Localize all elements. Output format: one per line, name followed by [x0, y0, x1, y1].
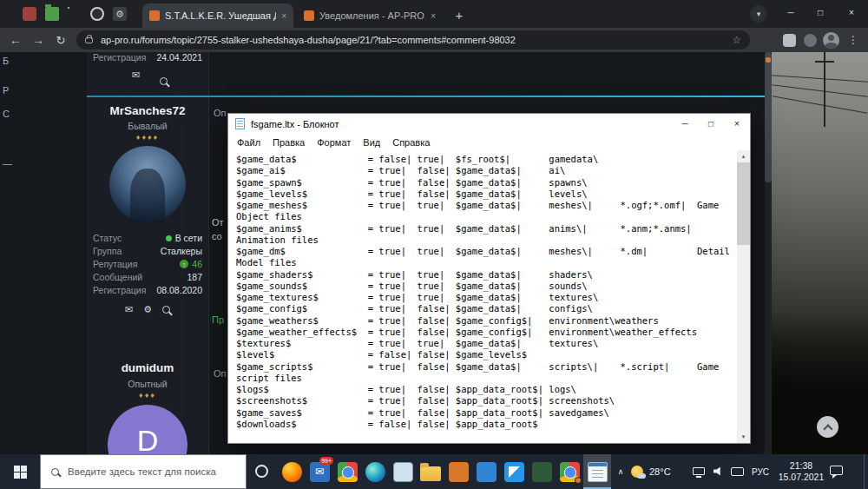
post-text-fragment: От [212, 217, 224, 228]
user-avatar[interactable]: D [108, 405, 187, 454]
action-center-icon[interactable] [830, 466, 843, 475]
taskbar-vscode[interactable] [500, 454, 528, 489]
taskbar-app-10[interactable] [528, 454, 556, 489]
find-posts-icon[interactable] [160, 77, 168, 85]
notepad-titlebar[interactable]: fsgame.ltx - Блокнот ─ □ × [228, 114, 750, 134]
taskbar-search-input[interactable] [68, 466, 246, 477]
pinned-tab-1-icon[interactable] [23, 7, 36, 21]
taskbar-app-8[interactable] [472, 454, 500, 489]
window-minimize-button[interactable]: ─ [776, 0, 806, 24]
start-button[interactable] [0, 454, 40, 489]
pinned-tab-gear-icon[interactable]: ⚙ [113, 7, 127, 21]
menu-file[interactable]: Файл [231, 137, 266, 148]
taskbar-firefox[interactable] [278, 454, 306, 489]
weather-icon[interactable] [631, 466, 643, 478]
volume-icon[interactable] [713, 466, 725, 476]
taskbar-notepad-active[interactable] [583, 454, 611, 489]
taskbar-file-explorer[interactable] [417, 454, 444, 489]
cortana-button[interactable] [255, 465, 268, 478]
bookmark-star-icon[interactable]: ☆ [732, 34, 741, 46]
notepad-menubar: Файл Правка Формат Вид Справка [228, 134, 750, 150]
message-icon[interactable]: ✉ [132, 69, 140, 81]
browser-menu-icon[interactable]: ⋮ [848, 28, 858, 52]
profile-field-reputation: Репутация ↑46 [93, 259, 202, 269]
notepad-minimize-button[interactable]: ─ [672, 114, 698, 134]
power-line [772, 75, 868, 83]
address-bar[interactable]: ap-pro.ru/forums/topic/2755-stalker-ushe… [76, 30, 750, 50]
ignore-user-icon[interactable]: ⚙ [143, 304, 152, 315]
envelope-icon: ✉ [315, 466, 324, 478]
menu-help[interactable]: Справка [386, 137, 436, 148]
taskbar-mail[interactable]: ✉ 99+ [306, 454, 333, 489]
pinned-tab-globe-icon[interactable] [90, 7, 104, 21]
clock-time: 21:38 [790, 460, 812, 472]
tab-search-icon[interactable]: ▾ [750, 5, 767, 23]
new-tab-button[interactable]: + [450, 5, 469, 24]
browser-tab-strip: ⚙ S.T.A.L.K.E.R. Ушедшая Душа - С × Увед… [0, 0, 868, 28]
message-icon[interactable]: ✉ [125, 304, 133, 315]
language-indicator[interactable]: РУС [746, 454, 774, 489]
scroll-down-icon[interactable]: ▼ [741, 431, 746, 443]
notepad-scrollbar[interactable]: ▲ ▼ [737, 150, 750, 443]
registration-label: Регистрация [93, 52, 146, 63]
tab-close-icon[interactable]: × [281, 11, 286, 21]
field-value: Сталкеры [161, 246, 202, 256]
profile-actions: ✉ ⚙ [89, 304, 206, 315]
extension-icon-1[interactable] [783, 34, 796, 47]
network-icon[interactable] [693, 467, 705, 475]
window-maximize-button[interactable]: □ [806, 0, 835, 24]
notepad-editor[interactable]: $game_data$ = false| true| $fs_root$| ga… [228, 150, 750, 443]
taskbar-search[interactable] [40, 454, 247, 489]
keyboard-icon[interactable] [731, 467, 744, 476]
tab-stalker-topic[interactable]: S.T.A.L.K.E.R. Ушедшая Душа - С × [142, 3, 293, 28]
tab-notifications[interactable]: Уведомления - AP-PRO.RU | Нов × [297, 3, 443, 28]
taskbar-app-5[interactable] [389, 454, 417, 489]
app-icon-8 [477, 462, 496, 482]
previous-profile-registration: Регистрация 24.04.2021 [93, 52, 202, 63]
post-text-fragment: Оп [214, 108, 227, 118]
window-close-button[interactable]: × [835, 0, 868, 24]
extension-icon-2[interactable] [804, 34, 817, 47]
taskbar-chrome[interactable] [333, 454, 361, 489]
taskbar-clock[interactable]: 21:38 15.07.2021 [776, 454, 826, 489]
browser-toolbar: ← → ↻ ap-pro.ru/forums/topic/2755-stalke… [0, 28, 868, 52]
notepad-content[interactable]: $game_data$ = false| true| $fs_root$| ga… [228, 150, 750, 430]
firefox-icon [282, 462, 302, 482]
app-icon-5 [393, 462, 413, 482]
scroll-to-top-button[interactable] [817, 416, 838, 438]
username[interactable]: dumidum [89, 361, 206, 374]
chrome-icon [560, 462, 580, 482]
menu-format[interactable]: Формат [311, 137, 357, 148]
profile-field-status: Статус В сети [93, 233, 202, 243]
tab-title: S.T.A.L.K.E.R. Ушедшая Душа - С [165, 10, 276, 21]
reload-button[interactable]: ↻ [50, 28, 71, 52]
back-button[interactable]: ← [5, 28, 26, 52]
side-letter: Р [3, 85, 9, 96]
page-scrollbar-thumb[interactable] [765, 52, 772, 182]
menu-view[interactable]: Вид [357, 137, 386, 148]
user-avatar[interactable] [109, 146, 186, 222]
notepad-close-button[interactable]: × [724, 114, 750, 134]
notepad-scrollbar-thumb[interactable] [737, 162, 750, 245]
folder-icon [420, 466, 441, 481]
taskbar-chrome-profile[interactable] [556, 454, 583, 489]
rank-stars: ♦♦♦ [89, 391, 206, 400]
registration-value: 24.04.2021 [156, 52, 202, 63]
profile-field-registration: Регистрация 08.08.2020 [93, 285, 202, 295]
browser-profile-avatar[interactable] [823, 32, 839, 49]
menu-edit[interactable]: Правка [266, 137, 311, 148]
taskbar-edge[interactable] [361, 454, 389, 489]
username[interactable]: MrSanches72 [89, 104, 206, 117]
taskbar-app-7[interactable] [444, 454, 472, 489]
scroll-up-icon[interactable]: ▲ [741, 150, 746, 162]
find-posts-icon[interactable] [162, 306, 170, 314]
notepad-maximize-button[interactable]: □ [698, 114, 724, 134]
power-line [772, 84, 867, 97]
weather-temperature[interactable]: 28°C [649, 454, 671, 489]
show-desktop-button[interactable] [864, 454, 868, 489]
pinned-tab-folder-icon[interactable] [45, 7, 59, 21]
notepad-window: fsgame.ltx - Блокнот ─ □ × Файл Правка Ф… [227, 113, 751, 444]
forward-button[interactable]: → [28, 28, 49, 52]
tray-expand-icon[interactable]: ∧ [613, 454, 628, 489]
tab-close-icon[interactable]: × [431, 11, 436, 21]
